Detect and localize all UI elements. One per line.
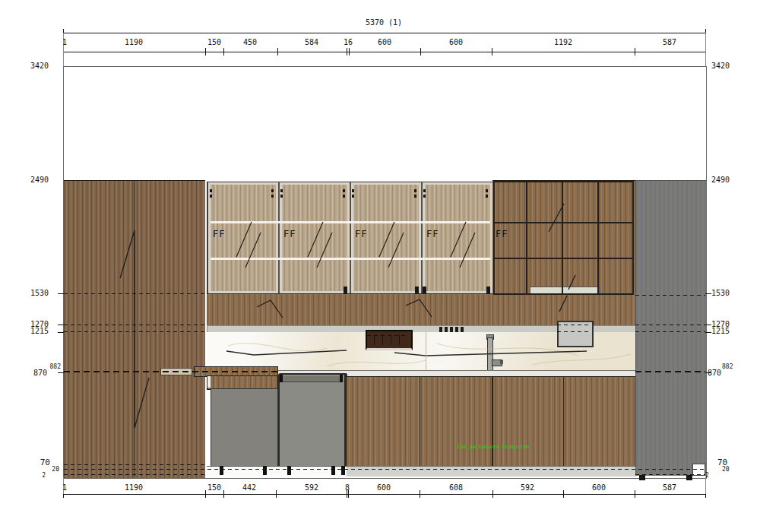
ff-label: FF <box>283 230 296 239</box>
open-shelf-white-shelf <box>530 287 600 295</box>
knob <box>439 326 442 332</box>
base-unit-grey-door[interactable] <box>211 388 278 467</box>
ff-label: FF <box>355 230 367 239</box>
tall-cabinet-door-gap <box>134 180 135 477</box>
dishwasher-handle <box>283 376 340 382</box>
dishwasher-hinge <box>340 375 343 382</box>
knob <box>445 326 448 332</box>
base-door-gap <box>563 376 564 466</box>
leveling-foot <box>331 466 335 475</box>
niche-box[interactable] <box>366 330 413 350</box>
panel-foot-white <box>692 464 705 476</box>
glass-shelf <box>211 258 490 260</box>
dim-top: 1192 <box>554 38 572 46</box>
left-wall-shelf[interactable] <box>160 368 192 375</box>
leveling-foot <box>341 466 345 475</box>
level-left: 1215 <box>21 327 49 335</box>
base-unit-handle <box>207 376 211 388</box>
dim-top: 450 <box>243 38 257 46</box>
flap-door-band[interactable] <box>207 293 492 326</box>
dim-top: 587 <box>663 38 676 46</box>
level-right: 882 <box>722 363 733 370</box>
level-right: 3420 <box>711 62 730 70</box>
knob <box>450 326 453 332</box>
level-right: 2 <box>705 472 709 479</box>
dim-bottom: 608 <box>449 483 463 492</box>
dim-top: 584 <box>305 38 318 46</box>
dim-top: 600 <box>378 38 391 46</box>
glass-shelf <box>211 221 490 223</box>
base-door-gap <box>492 376 493 466</box>
level-right: 1215 <box>711 327 730 335</box>
dim-bottom: 587 <box>663 483 676 492</box>
base-door-gap <box>420 376 420 466</box>
leveling-foot <box>287 466 291 475</box>
dim-bottom: 592 <box>305 483 318 492</box>
faucet-tip <box>500 360 503 364</box>
dim-bottom: 1190 <box>125 483 143 492</box>
tall-cabinet-left[interactable] <box>64 180 205 478</box>
dim-bottom: 592 <box>521 483 534 492</box>
open-shelf-section[interactable] <box>492 180 635 326</box>
drawing-canvas[interactable]: FF FF FF FF FF Con pattumiera EcoSystem <box>0 0 760 532</box>
level-left: 3420 <box>21 62 49 70</box>
level-left: 20 <box>47 466 59 473</box>
level-left: 2490 <box>21 176 49 184</box>
hob-knobs[interactable] <box>439 326 464 331</box>
leveling-foot <box>639 475 645 480</box>
socket-box[interactable] <box>557 321 594 347</box>
dim-bottom: 150 <box>207 483 221 492</box>
dim-bottom: 442 <box>242 483 256 492</box>
ff-label: FF <box>426 230 439 239</box>
dim-top: 600 <box>449 38 463 46</box>
dishwasher[interactable] <box>278 373 347 469</box>
dishwasher-hinge <box>280 375 283 382</box>
knob <box>461 326 464 332</box>
dim-bottom: 1 <box>62 483 67 492</box>
dim-bottom: 600 <box>592 483 606 492</box>
base-cabinet-doors[interactable] <box>347 376 635 467</box>
dim-total: 5370 (1) <box>366 18 402 27</box>
tall-panel-right[interactable] <box>635 180 706 476</box>
dim-top: 16 <box>344 38 353 46</box>
toe-kick-grey <box>347 466 635 477</box>
level-right: 2490 <box>711 176 730 184</box>
toe-recess-white <box>207 466 347 477</box>
level-right: 870 <box>708 369 721 377</box>
level-right: 1530 <box>711 289 730 297</box>
knob <box>455 326 458 332</box>
level-left: 2 <box>36 472 46 479</box>
faucet[interactable] <box>485 334 505 372</box>
leveling-foot <box>220 466 223 475</box>
level-left: 870 <box>24 369 47 377</box>
annotation-ecosystem: Con pattumiera EcoSystem <box>458 443 529 451</box>
leveling-foot <box>263 466 267 475</box>
dim-top: 1190 <box>125 38 143 46</box>
level-right: 20 <box>722 466 730 473</box>
dim-bottom: 600 <box>377 483 391 492</box>
dim-top: 1 <box>62 38 67 46</box>
dim-top: 150 <box>207 38 221 46</box>
level-left: 1530 <box>21 289 49 297</box>
dim-bottom: 8 <box>345 483 350 492</box>
ff-label: FF <box>213 230 225 239</box>
faucet-pipe <box>487 337 493 373</box>
ff-label: FF <box>496 230 508 239</box>
leveling-foot <box>686 475 692 480</box>
